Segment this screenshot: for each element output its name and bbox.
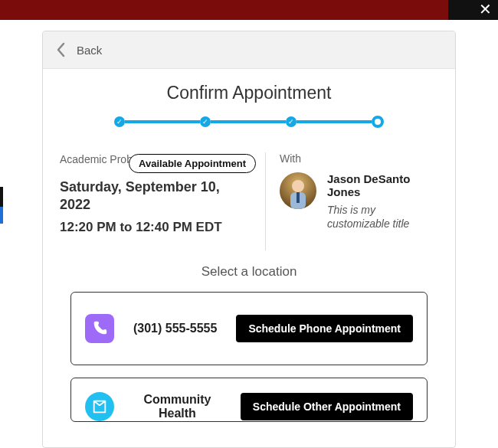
- progress-step-current: [372, 116, 384, 128]
- progress-step-done: ✓: [114, 116, 125, 127]
- location-option-phone: (301) 555-5555 Schedule Phone Appointmen…: [70, 292, 428, 365]
- appointment-details: Academic Probation/Dismissal Available A…: [60, 152, 266, 250]
- background-decoration: [0, 207, 3, 224]
- with-label: With: [280, 152, 438, 165]
- back-button[interactable]: Back: [77, 44, 102, 57]
- page-title: Confirm Appointment: [167, 83, 332, 103]
- location-label: (301) 555-5555: [133, 322, 218, 335]
- schedule-phone-button[interactable]: Schedule Phone Appointment: [236, 315, 413, 342]
- close-icon[interactable]: ✕: [477, 2, 493, 18]
- location-option-other: Community Health Schedule Other Appointm…: [70, 378, 428, 422]
- location-label: Community Health: [133, 393, 222, 420]
- schedule-other-button[interactable]: Schedule Other Appointment: [241, 393, 413, 420]
- staff-panel: With: [266, 152, 438, 250]
- chevron-left-icon[interactable]: [55, 41, 67, 58]
- phone-icon: [85, 314, 114, 343]
- background-decoration: [0, 187, 3, 207]
- availability-badge: Available Appointment: [129, 154, 256, 173]
- appointment-date: Saturday, September 10, 2022: [60, 178, 251, 214]
- appointment-time: 12:20 PM to 12:40 PM EDT: [60, 220, 251, 235]
- confirm-appointment-modal: Back Confirm Appointment ✓ ✓ ✓ Academic …: [42, 31, 456, 448]
- avatar: [280, 172, 316, 209]
- staff-name: Jason DeSanto Jones: [327, 172, 438, 198]
- building-icon: [85, 392, 114, 421]
- progress-step-done: ✓: [200, 116, 211, 127]
- progress-step-done: ✓: [286, 116, 297, 127]
- progress-bar: ✓ ✓ ✓: [43, 111, 455, 142]
- svg-point-1: [292, 180, 304, 192]
- modal-header: Back: [43, 31, 455, 69]
- svg-rect-3: [297, 192, 300, 203]
- staff-subtitle: This is my customizable title: [327, 203, 438, 231]
- select-location-heading: Select a location: [60, 264, 438, 280]
